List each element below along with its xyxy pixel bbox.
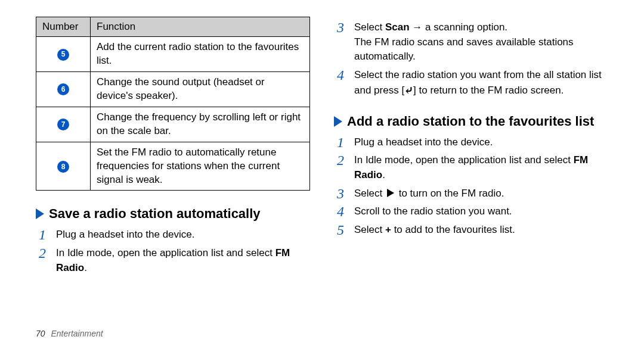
step: 2In Idle mode, open the application list…: [36, 246, 310, 275]
step-number: 1: [334, 135, 347, 150]
right-column: 3Select Scan → a scanning option.The FM …: [334, 17, 608, 349]
row-function-cell: Add the current radio station to the fav…: [91, 37, 310, 72]
circled-5-icon: 5: [57, 49, 69, 61]
row-function-cell: Change the frequency by scrolling left o…: [91, 107, 310, 142]
left-column: Number Function 5 Add the current radio …: [36, 17, 310, 349]
step-text: In Idle mode, open the application list …: [354, 153, 608, 182]
step: 4Select the radio station you want from …: [334, 68, 608, 98]
step-text: Scroll to the radio station you want.: [354, 204, 608, 219]
circled-7-icon: 7: [57, 119, 69, 130]
step-number: 3: [334, 186, 347, 201]
fav-heading: Add a radio station to the favourites li…: [334, 114, 608, 129]
step-text: Select + to add to the favourites list.: [354, 223, 608, 238]
chevron-right-icon: [334, 116, 342, 127]
save-heading-text: Save a radio station automatically: [49, 206, 261, 221]
table-row: 6 Change the sound output (headset or de…: [36, 71, 310, 107]
step-text: Select the radio station you want from t…: [354, 68, 608, 98]
circled-6-icon: 6: [57, 83, 69, 95]
circled-8-icon: 8: [57, 161, 69, 173]
step-text: Select Scan → a scanning option.The FM r…: [354, 20, 608, 64]
row-function-cell: Set the FM radio to automatically retune…: [91, 142, 310, 191]
row-number-cell: 8: [36, 142, 91, 191]
return-icon: ⤶: [404, 83, 413, 98]
step-text: Select to turn on the FM radio.: [354, 186, 608, 201]
save-steps: 1Plug a headset into the device. 2In Idl…: [36, 228, 310, 275]
step-text: Plug a headset into the device.: [354, 135, 608, 150]
step-number: 1: [36, 228, 49, 242]
footer: 70 Entertainment: [36, 329, 103, 338]
page-number: 70: [36, 329, 45, 338]
table-row: 7 Change the frequency by scrolling left…: [36, 107, 310, 142]
step-number: 2: [334, 153, 347, 182]
save-heading: Save a radio station automatically: [36, 206, 310, 222]
step-number: 3: [334, 20, 347, 64]
footer-title: Entertainment: [51, 329, 103, 338]
step-number: 5: [334, 223, 347, 238]
step: 1Plug a headset into the device.: [36, 228, 310, 242]
step: 2In Idle mode, open the application list…: [334, 153, 608, 182]
header-function: Function: [91, 17, 310, 37]
step: 1Plug a headset into the device.: [334, 135, 608, 150]
row-number-cell: 6: [36, 71, 91, 107]
step-number: 4: [334, 204, 347, 219]
table-row: 8 Set the FM radio to automatically retu…: [36, 142, 310, 191]
step: 4Scroll to the radio station you want.: [334, 204, 608, 219]
header-number: Number: [36, 17, 91, 37]
step-number: 4: [334, 68, 347, 98]
step-text: Plug a headset into the device.: [56, 228, 310, 242]
function-table: Number Function 5 Add the current radio …: [36, 17, 310, 191]
step-number: 2: [36, 246, 49, 275]
row-number-cell: 7: [36, 107, 91, 142]
step: 5Select + to add to the favourites list.: [334, 223, 608, 238]
row-number-cell: 5: [36, 37, 91, 72]
step-text: In Idle mode, open the application list …: [56, 246, 310, 275]
fav-heading-text: Add a radio station to the favourites li…: [347, 114, 594, 129]
page: Number Function 5 Add the current radio …: [0, 0, 644, 349]
save-steps-cont: 3Select Scan → a scanning option.The FM …: [334, 20, 608, 98]
table-row: 5 Add the current radio station to the f…: [36, 37, 310, 72]
chevron-right-icon: [36, 208, 44, 219]
step: 3Select Scan → a scanning option.The FM …: [334, 20, 608, 64]
table-header-row: Number Function: [36, 17, 310, 37]
row-function-cell: Change the sound output (headset or devi…: [91, 71, 310, 107]
fav-steps: 1Plug a headset into the device. 2In Idl…: [334, 135, 608, 238]
play-icon: [387, 189, 394, 197]
step: 3Select to turn on the FM radio.: [334, 186, 608, 201]
